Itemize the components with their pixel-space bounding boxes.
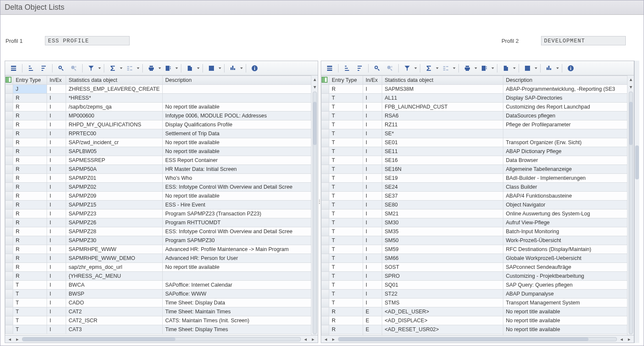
table-row[interactable]: TIAL11Display SAP-Directories [322, 94, 627, 103]
table-row[interactable]: TISE24Class Builder [322, 183, 627, 192]
cell-desc[interactable]: Customizing - Projektbearbeitung [503, 272, 627, 281]
cell-et[interactable]: T [329, 147, 363, 156]
cell-et[interactable]: R [13, 138, 47, 147]
col-stat-obj[interactable]: Statistics data object [66, 76, 163, 85]
row-selector[interactable] [6, 112, 13, 120]
cell-ie[interactable]: I [363, 156, 382, 165]
cell-obj[interactable]: SAPMPZ26 [66, 218, 163, 227]
row-selector[interactable] [322, 103, 329, 112]
cell-et[interactable]: T [329, 129, 363, 138]
table-row[interactable]: RISAPMPZ30Program SAPMPZ30 [6, 236, 311, 245]
row-selector[interactable] [322, 299, 329, 307]
table-row[interactable]: TISE80Object Navigator [322, 201, 627, 209]
cell-ie[interactable]: I [363, 218, 382, 227]
cell-et[interactable]: T [13, 325, 47, 334]
cell-ie[interactable]: E [363, 334, 382, 335]
filter-icon[interactable] [85, 63, 97, 73]
cell-desc[interactable]: Program SAPMPZ30 [163, 236, 311, 245]
table-row[interactable]: RISAPMPZ02ESS: Infotype Control With Ove… [6, 183, 311, 192]
cell-desc[interactable]: CATS: Maintain Times (Init. Screen) [163, 316, 311, 325]
table-row[interactable]: TICAT2_ISCRCATS: Maintain Times (Init. S… [6, 316, 311, 325]
cell-ie[interactable]: I [47, 245, 66, 254]
cell-desc[interactable]: Batch-Input Monitoring [503, 227, 627, 236]
row-selector[interactable] [6, 254, 13, 263]
cell-ie[interactable]: I [47, 120, 66, 129]
table-row[interactable]: TISE37ABAP/4 Funktionsbausteine [322, 192, 627, 201]
cell-obj[interactable]: SAPMPZ23 [66, 209, 163, 218]
cell-ie[interactable]: I [47, 103, 66, 112]
cell-desc[interactable]: Online Auswertung des System-Log [503, 209, 627, 218]
cell-desc[interactable]: Advanced HR: Profile Maintenance -> Main… [163, 245, 311, 254]
layout-icon[interactable] [522, 63, 533, 73]
cell-obj[interactable]: SE11 [382, 147, 503, 156]
cell-ie[interactable]: I [47, 316, 66, 325]
cell-obj[interactable]: SQ01 [382, 281, 503, 290]
dropdown-icon[interactable] [513, 63, 516, 73]
table-row[interactable]: RISAPLBW05No report title available [6, 147, 311, 156]
row-selector[interactable] [322, 120, 329, 129]
cell-et[interactable]: T [329, 174, 363, 183]
cell-ie[interactable]: E [363, 325, 382, 334]
dropdown-icon[interactable] [240, 63, 243, 73]
cell-et[interactable]: T [329, 299, 363, 307]
col-inex[interactable]: In/Ex [47, 76, 66, 85]
cell-obj[interactable]: SE19 [382, 174, 503, 183]
table-row[interactable]: TISTMSTransport Management System [322, 299, 627, 307]
row-selector[interactable] [322, 254, 329, 263]
row-selector[interactable] [322, 165, 329, 174]
cell-ie[interactable]: I [47, 325, 66, 334]
table-row[interactable]: RISAPMS38MABAP-Programmentwicklung, -Rep… [322, 85, 627, 94]
cell-et[interactable]: R [13, 272, 47, 281]
cell-et[interactable]: T [329, 201, 363, 209]
cell-obj[interactable]: SE* [382, 129, 503, 138]
cell-ie[interactable]: I [363, 94, 382, 103]
row-selector[interactable] [322, 227, 329, 236]
row-selector[interactable] [6, 183, 13, 192]
table-row[interactable]: RI*HRESS* [6, 94, 311, 103]
row-selector[interactable] [6, 174, 13, 183]
cell-ie[interactable]: I [363, 147, 382, 156]
scroll-right-icon[interactable]: ▸ [330, 336, 336, 342]
table-row[interactable]: TICAT3Time Sheet: Display Times [6, 325, 311, 334]
table-row[interactable]: JIZHRESS_EMP_LEAVEREQ_CREATE [6, 85, 311, 94]
cell-desc[interactable]: ESS: Infotype Control With Overview and … [163, 183, 311, 192]
row-selector[interactable] [6, 129, 13, 138]
cell-desc[interactable] [503, 129, 627, 138]
cell-desc[interactable]: No report title available [503, 316, 627, 325]
cell-et[interactable]: R [13, 112, 47, 120]
cell-desc[interactable] [163, 272, 311, 281]
row-selector[interactable] [6, 94, 13, 103]
cell-obj[interactable]: SAPMPZ01 [66, 174, 163, 183]
cell-obj[interactable]: SE80 [382, 201, 503, 209]
profile2-value[interactable]: DEVELOPMENT [541, 36, 626, 45]
cell-ie[interactable]: I [363, 254, 382, 263]
cell-obj[interactable]: STMS [382, 299, 503, 307]
cell-ie[interactable]: E [363, 316, 382, 325]
cell-ie[interactable]: I [363, 129, 382, 138]
cell-obj[interactable]: SAP/zwd_incident_cr [66, 138, 163, 147]
scroll-down-icon[interactable]: ▾ [628, 84, 634, 90]
dropdown-icon[interactable] [197, 63, 200, 73]
layout-icon[interactable] [205, 63, 217, 73]
cell-obj[interactable]: AL11 [382, 94, 503, 103]
sort-asc-icon[interactable] [25, 63, 37, 73]
table-row[interactable]: TISPROCustomizing - Projektbearbeitung [322, 272, 627, 281]
row-selector[interactable] [322, 316, 329, 325]
cell-et[interactable]: R [13, 129, 47, 138]
table-row[interactable]: TIST22ABAP Dumpanalyse [322, 290, 627, 299]
cell-desc[interactable]: Data Browser [503, 156, 627, 165]
cell-obj[interactable]: SAPLBW05 [66, 147, 163, 156]
cell-et[interactable]: T [329, 183, 363, 192]
row-selector[interactable] [322, 192, 329, 201]
table-row[interactable]: TISE16NAllgemeine Tabellenanzeige [322, 165, 627, 174]
cell-desc[interactable]: Aufruf View-Pflege [503, 218, 627, 227]
cell-obj[interactable]: BWCA [66, 281, 163, 290]
cell-et[interactable]: T [329, 138, 363, 147]
table-row[interactable]: TISQ01SAP Query: Queries pflegen [322, 281, 627, 290]
row-selector[interactable] [322, 325, 329, 334]
cell-obj[interactable]: SAPMRHPE_WWW [66, 245, 163, 254]
cell-desc[interactable]: Transport Management System [503, 299, 627, 307]
row-selector[interactable] [6, 103, 13, 112]
cell-obj[interactable]: RZ11 [382, 120, 503, 129]
cell-et[interactable]: T [329, 209, 363, 218]
